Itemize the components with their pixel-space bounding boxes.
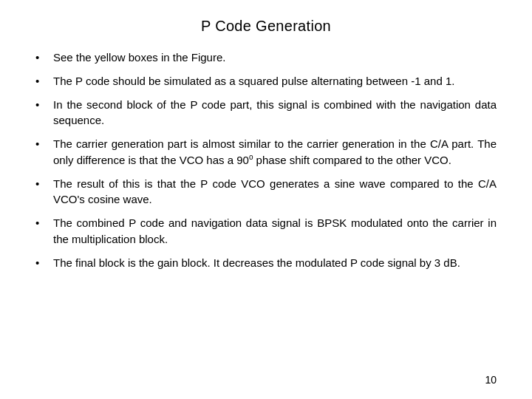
bullet-symbol: • <box>35 255 49 271</box>
list-item: • See the yellow boxes in the Figure. <box>35 50 497 66</box>
page-title: P Code Generation <box>35 18 497 35</box>
bullet-symbol: • <box>35 176 49 192</box>
list-item: • The combined P code and navigation dat… <box>35 215 497 248</box>
bullet-symbol: • <box>35 136 49 152</box>
content-area: • See the yellow boxes in the Figure. • … <box>35 50 497 381</box>
list-item: • The P code should be simulated as a sq… <box>35 73 497 89</box>
list-item: • The carrier generation part is almost … <box>35 136 497 168</box>
list-item-text: The P code should be simulated as a squa… <box>53 73 497 89</box>
list-item-text: In the second block of the P code part, … <box>53 97 497 129</box>
bullet-symbol: • <box>35 215 49 231</box>
page-container: P Code Generation • See the yellow boxes… <box>0 0 532 399</box>
list-item-text: The combined P code and navigation data … <box>53 215 497 248</box>
bullet-list: • See the yellow boxes in the Figure. • … <box>35 50 497 270</box>
list-item: • The result of this is that the P code … <box>35 176 497 208</box>
list-item-text: The result of this is that the P code VC… <box>53 176 497 208</box>
list-item-text: See the yellow boxes in the Figure. <box>53 50 497 66</box>
list-item-text: The final block is the gain block. It de… <box>53 255 497 271</box>
list-item: • The final block is the gain block. It … <box>35 255 497 271</box>
bullet-symbol: • <box>35 97 49 113</box>
page-number: 10 <box>485 374 497 386</box>
list-item-text: The carrier generation part is almost si… <box>53 136 497 168</box>
list-item: • In the second block of the P code part… <box>35 97 497 129</box>
bullet-symbol: • <box>35 50 49 66</box>
bullet-symbol: • <box>35 73 49 89</box>
